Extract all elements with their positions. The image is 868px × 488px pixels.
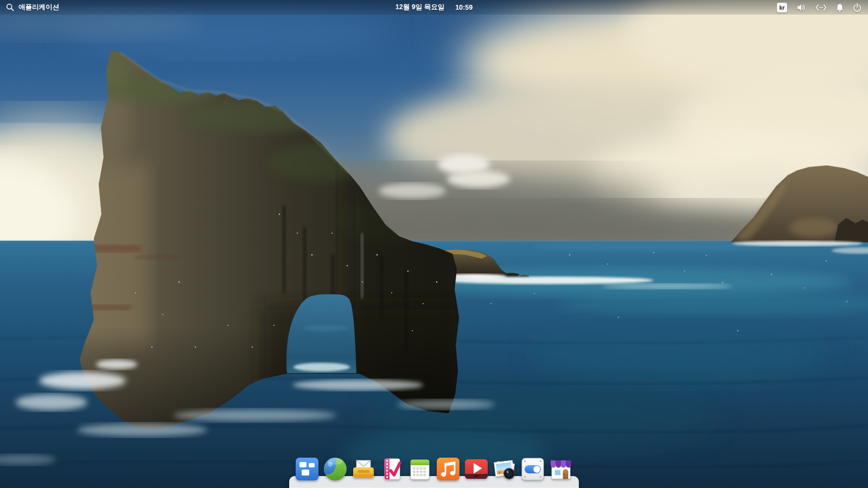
dock-item-multitasking-view[interactable] bbox=[294, 456, 320, 482]
play-icon bbox=[463, 456, 489, 482]
checkmark-notebook-icon bbox=[379, 456, 405, 482]
applications-menu[interactable]: 애플리케이션 bbox=[0, 0, 59, 15]
volume-icon[interactable] bbox=[796, 3, 806, 12]
dock-item-tasks[interactable] bbox=[379, 456, 405, 482]
dock-item-photos[interactable] bbox=[492, 456, 518, 482]
dock-item-web-browser[interactable] bbox=[322, 456, 348, 482]
wallpaper-sea-arch bbox=[0, 0, 868, 488]
network-icon[interactable] bbox=[815, 4, 827, 11]
dock-item-calendar[interactable] bbox=[407, 456, 433, 482]
dock-item-videos[interactable] bbox=[463, 456, 489, 482]
datetime-indicator[interactable]: 12월 9일 목요일 10:59 bbox=[395, 0, 473, 15]
keyboard-layout-indicator[interactable]: kr bbox=[777, 3, 787, 12]
workspaces-icon bbox=[294, 456, 320, 482]
storefront-icon bbox=[548, 456, 574, 482]
indicator-area: kr bbox=[777, 0, 868, 15]
photos-icon bbox=[492, 456, 518, 482]
session-power-icon[interactable] bbox=[853, 3, 861, 12]
dock bbox=[289, 454, 579, 488]
desktop: 애플리케이션 12월 9일 목요일 10:59 kr bbox=[0, 0, 868, 488]
music-note-icon bbox=[435, 456, 461, 482]
search-icon bbox=[6, 3, 14, 11]
notifications-icon[interactable] bbox=[836, 3, 844, 12]
calendar-icon bbox=[407, 456, 433, 482]
dock-item-appcenter[interactable] bbox=[548, 456, 574, 482]
globe-icon bbox=[322, 456, 348, 482]
dock-item-mail[interactable] bbox=[350, 456, 376, 482]
panel-time: 10:59 bbox=[455, 4, 473, 11]
panel-date: 12월 9일 목요일 bbox=[395, 3, 444, 12]
dock-item-music[interactable] bbox=[435, 456, 461, 482]
toggle-icon bbox=[520, 456, 546, 482]
dock-item-system-settings[interactable] bbox=[520, 456, 546, 482]
applications-label: 애플리케이션 bbox=[18, 3, 59, 12]
envelope-icon bbox=[350, 456, 376, 482]
top-panel: 애플리케이션 12월 9일 목요일 10:59 kr bbox=[0, 0, 868, 15]
dock-icons-row bbox=[294, 456, 574, 482]
